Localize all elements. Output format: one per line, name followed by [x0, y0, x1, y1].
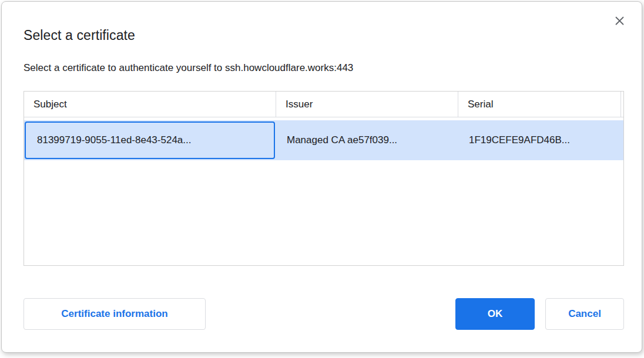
cell-issuer: Managed CA ae57f039...	[276, 134, 458, 146]
column-header-subject[interactable]: Subject	[24, 92, 276, 117]
column-header-issuer[interactable]: Issuer	[276, 92, 458, 117]
close-button[interactable]	[611, 12, 628, 29]
header-scrollbar-gutter-divider	[620, 92, 623, 117]
certificate-table: Subject Issuer Serial 81399719-9055-11ed…	[24, 91, 624, 266]
dialog-subtitle: Select a certificate to authenticate you…	[24, 62, 353, 74]
subject-cell-focus-ring[interactable]: 81399719-9055-11ed-8e43-524a...	[25, 121, 275, 159]
certificate-picker-dialog-frame: Select a certificate Select a certificat…	[0, 0, 644, 358]
ok-button[interactable]: OK	[455, 298, 535, 330]
cell-subject: 81399719-9055-11ed-8e43-524a...	[26, 134, 191, 146]
cell-serial: 1F19CEFE9AFD46B...	[458, 134, 620, 146]
dialog-title: Select a certificate	[24, 28, 135, 43]
table-header-row: Subject Issuer Serial	[24, 92, 623, 117]
certificate-picker-dialog: Select a certificate Select a certificat…	[1, 1, 642, 353]
certificate-row-selected[interactable]: 81399719-9055-11ed-8e43-524a... Managed …	[24, 120, 623, 160]
column-header-serial[interactable]: Serial	[458, 92, 620, 117]
close-icon	[615, 16, 625, 26]
cancel-button[interactable]: Cancel	[545, 298, 624, 330]
certificate-information-button[interactable]: Certificate information	[24, 298, 206, 330]
